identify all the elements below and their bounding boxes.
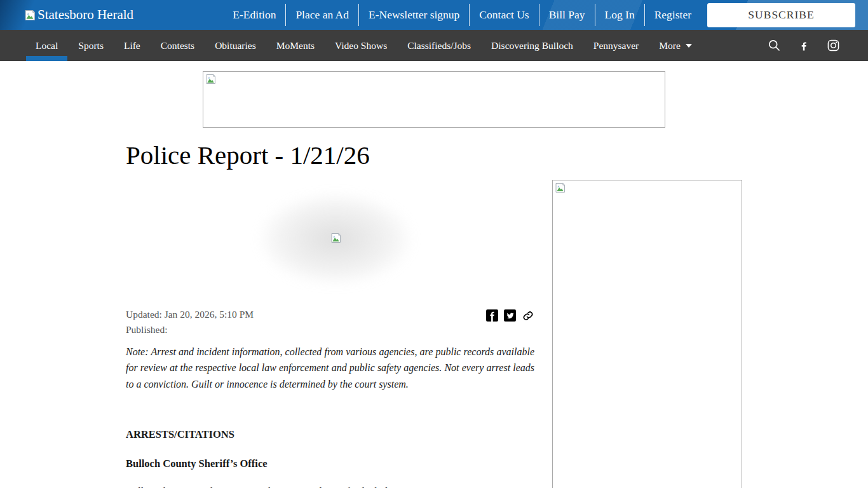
- link-place-an-ad[interactable]: Place an Ad: [285, 4, 358, 26]
- subscribe-button[interactable]: SUBSCRIBE: [707, 3, 855, 27]
- section-heading: ARRESTS/CITATIONS: [126, 428, 534, 441]
- nav-item-life[interactable]: Life: [114, 30, 151, 61]
- updated-timestamp: Updated: Jan 20, 2026, 5:10 PM: [126, 307, 254, 322]
- nav-item-discovering-bulloch[interactable]: Discovering Bulloch: [481, 30, 583, 61]
- nav-item-pennysaver[interactable]: Pennysaver: [583, 30, 649, 61]
- broken-image-icon: [330, 233, 341, 243]
- sidebar-ad-placeholder[interactable]: [552, 180, 742, 488]
- site-logo[interactable]: Statesboro Herald: [24, 7, 133, 23]
- broken-image-icon: [555, 182, 566, 193]
- byline-row: Updated: Jan 20, 2026, 5:10 PM Published…: [126, 307, 534, 337]
- site-logo-text: Statesboro Herald: [37, 7, 133, 23]
- leaderboard-ad-placeholder[interactable]: [203, 71, 665, 128]
- page-title: Police Report - 1/21/26: [126, 141, 534, 170]
- link-contact-us[interactable]: Contact Us: [469, 4, 538, 26]
- nav-item-video-shows[interactable]: Video Shows: [325, 30, 397, 61]
- nav-item-classifieds-jobs[interactable]: Classifieds/Jobs: [397, 30, 481, 61]
- link-log-in[interactable]: Log In: [595, 4, 644, 26]
- broken-image-icon: [205, 74, 216, 85]
- article: Police Report - 1/21/26 Updated: Jan 20,…: [126, 128, 534, 488]
- nav-icon-group: [768, 30, 840, 61]
- right-rail: [552, 180, 742, 488]
- utility-links: E-Edition Place an Ad E-Newsletter signu…: [223, 4, 701, 26]
- content-area: Police Report - 1/21/26 Updated: Jan 20,…: [126, 128, 742, 488]
- broken-image-icon: [24, 10, 36, 21]
- twitter-share-icon[interactable]: [504, 309, 516, 322]
- chevron-down-icon: [686, 44, 692, 48]
- agency-heading: Bulloch County Sheriff’s Office: [126, 458, 534, 470]
- copy-link-icon[interactable]: [522, 309, 534, 322]
- instagram-icon[interactable]: [827, 39, 840, 52]
- disclaimer-note: Note: Arrest and incident information, c…: [126, 344, 534, 393]
- nav-item-local[interactable]: Local: [25, 30, 68, 61]
- facebook-icon[interactable]: [798, 39, 810, 52]
- arrest-entry: Kelly Rebecca Beasley, 35, Statesboro – …: [126, 485, 534, 488]
- link-bill-pay[interactable]: Bill Pay: [539, 4, 595, 26]
- main-navigation: Local Sports Life Contests Obituaries Mo…: [0, 30, 868, 61]
- nav-item-contests[interactable]: Contests: [151, 30, 205, 61]
- top-utility-bar: Statesboro Herald E-Edition Place an Ad …: [0, 0, 868, 30]
- link-e-edition[interactable]: E-Edition: [223, 4, 285, 26]
- share-buttons: [486, 307, 534, 337]
- published-timestamp: Published:: [126, 322, 254, 337]
- nav-item-more[interactable]: More: [649, 30, 702, 61]
- nav-items: Local Sports Life Contests Obituaries Mo…: [25, 30, 702, 61]
- nav-item-sports[interactable]: Sports: [68, 30, 114, 61]
- article-image-placeholder: [126, 179, 534, 299]
- link-register[interactable]: Register: [644, 4, 701, 26]
- facebook-share-icon[interactable]: [486, 309, 498, 322]
- byline: Updated: Jan 20, 2026, 5:10 PM Published…: [126, 307, 254, 337]
- nav-item-moments[interactable]: MoMents: [266, 30, 325, 61]
- nav-item-obituaries[interactable]: Obituaries: [205, 30, 266, 61]
- nav-item-more-label: More: [659, 40, 681, 51]
- link-newsletter-signup[interactable]: E-Newsletter signup: [358, 4, 469, 26]
- search-icon[interactable]: [768, 39, 781, 52]
